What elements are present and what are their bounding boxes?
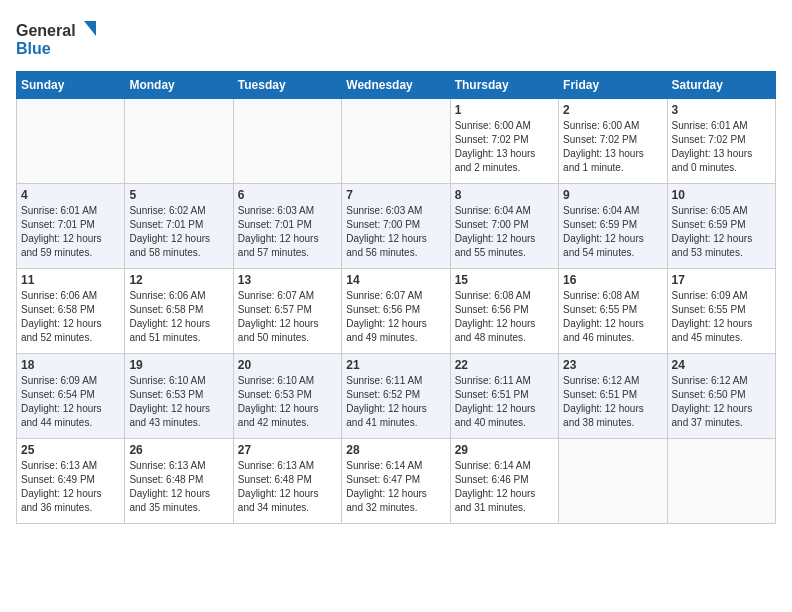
day-number: 4	[21, 188, 120, 202]
calendar-cell: 11Sunrise: 6:06 AMSunset: 6:58 PMDayligh…	[17, 269, 125, 354]
day-number: 25	[21, 443, 120, 457]
day-info: Sunrise: 6:01 AMSunset: 7:02 PMDaylight:…	[672, 119, 771, 175]
calendar-day-header: Saturday	[667, 72, 775, 99]
day-number: 7	[346, 188, 445, 202]
calendar-day-header: Thursday	[450, 72, 558, 99]
day-info: Sunrise: 6:02 AMSunset: 7:01 PMDaylight:…	[129, 204, 228, 260]
day-number: 24	[672, 358, 771, 372]
day-info: Sunrise: 6:14 AMSunset: 6:46 PMDaylight:…	[455, 459, 554, 515]
day-info: Sunrise: 6:08 AMSunset: 6:55 PMDaylight:…	[563, 289, 662, 345]
day-number: 20	[238, 358, 337, 372]
calendar-cell: 26Sunrise: 6:13 AMSunset: 6:48 PMDayligh…	[125, 439, 233, 524]
logo: GeneralBlue	[16, 16, 101, 61]
day-number: 11	[21, 273, 120, 287]
calendar-cell: 23Sunrise: 6:12 AMSunset: 6:51 PMDayligh…	[559, 354, 667, 439]
day-number: 3	[672, 103, 771, 117]
day-info: Sunrise: 6:00 AMSunset: 7:02 PMDaylight:…	[563, 119, 662, 175]
day-number: 5	[129, 188, 228, 202]
calendar-cell	[17, 99, 125, 184]
day-info: Sunrise: 6:09 AMSunset: 6:55 PMDaylight:…	[672, 289, 771, 345]
day-number: 13	[238, 273, 337, 287]
day-info: Sunrise: 6:06 AMSunset: 6:58 PMDaylight:…	[21, 289, 120, 345]
day-info: Sunrise: 6:04 AMSunset: 6:59 PMDaylight:…	[563, 204, 662, 260]
calendar-cell: 4Sunrise: 6:01 AMSunset: 7:01 PMDaylight…	[17, 184, 125, 269]
day-info: Sunrise: 6:12 AMSunset: 6:50 PMDaylight:…	[672, 374, 771, 430]
calendar-cell: 7Sunrise: 6:03 AMSunset: 7:00 PMDaylight…	[342, 184, 450, 269]
day-number: 14	[346, 273, 445, 287]
calendar-week-row: 1Sunrise: 6:00 AMSunset: 7:02 PMDaylight…	[17, 99, 776, 184]
day-number: 27	[238, 443, 337, 457]
day-info: Sunrise: 6:13 AMSunset: 6:48 PMDaylight:…	[129, 459, 228, 515]
calendar-cell: 6Sunrise: 6:03 AMSunset: 7:01 PMDaylight…	[233, 184, 341, 269]
day-info: Sunrise: 6:07 AMSunset: 6:56 PMDaylight:…	[346, 289, 445, 345]
day-number: 8	[455, 188, 554, 202]
calendar-day-header: Monday	[125, 72, 233, 99]
day-info: Sunrise: 6:05 AMSunset: 6:59 PMDaylight:…	[672, 204, 771, 260]
calendar-cell	[667, 439, 775, 524]
day-info: Sunrise: 6:11 AMSunset: 6:52 PMDaylight:…	[346, 374, 445, 430]
day-info: Sunrise: 6:04 AMSunset: 7:00 PMDaylight:…	[455, 204, 554, 260]
calendar-cell: 8Sunrise: 6:04 AMSunset: 7:00 PMDaylight…	[450, 184, 558, 269]
day-info: Sunrise: 6:13 AMSunset: 6:49 PMDaylight:…	[21, 459, 120, 515]
day-number: 22	[455, 358, 554, 372]
calendar-cell: 5Sunrise: 6:02 AMSunset: 7:01 PMDaylight…	[125, 184, 233, 269]
calendar-cell: 15Sunrise: 6:08 AMSunset: 6:56 PMDayligh…	[450, 269, 558, 354]
calendar-day-header: Sunday	[17, 72, 125, 99]
header: GeneralBlue	[16, 16, 776, 61]
day-info: Sunrise: 6:13 AMSunset: 6:48 PMDaylight:…	[238, 459, 337, 515]
calendar-cell: 14Sunrise: 6:07 AMSunset: 6:56 PMDayligh…	[342, 269, 450, 354]
day-number: 17	[672, 273, 771, 287]
calendar-cell: 18Sunrise: 6:09 AMSunset: 6:54 PMDayligh…	[17, 354, 125, 439]
calendar-cell: 25Sunrise: 6:13 AMSunset: 6:49 PMDayligh…	[17, 439, 125, 524]
day-number: 18	[21, 358, 120, 372]
calendar-cell: 13Sunrise: 6:07 AMSunset: 6:57 PMDayligh…	[233, 269, 341, 354]
day-number: 26	[129, 443, 228, 457]
calendar-cell: 28Sunrise: 6:14 AMSunset: 6:47 PMDayligh…	[342, 439, 450, 524]
calendar-day-header: Wednesday	[342, 72, 450, 99]
calendar-day-header: Friday	[559, 72, 667, 99]
svg-text:Blue: Blue	[16, 40, 51, 57]
day-info: Sunrise: 6:11 AMSunset: 6:51 PMDaylight:…	[455, 374, 554, 430]
day-number: 10	[672, 188, 771, 202]
day-info: Sunrise: 6:00 AMSunset: 7:02 PMDaylight:…	[455, 119, 554, 175]
calendar-cell: 2Sunrise: 6:00 AMSunset: 7:02 PMDaylight…	[559, 99, 667, 184]
calendar-cell: 21Sunrise: 6:11 AMSunset: 6:52 PMDayligh…	[342, 354, 450, 439]
day-info: Sunrise: 6:12 AMSunset: 6:51 PMDaylight:…	[563, 374, 662, 430]
calendar-header-row: SundayMondayTuesdayWednesdayThursdayFrid…	[17, 72, 776, 99]
day-number: 23	[563, 358, 662, 372]
day-info: Sunrise: 6:09 AMSunset: 6:54 PMDaylight:…	[21, 374, 120, 430]
calendar-cell	[233, 99, 341, 184]
calendar-cell: 10Sunrise: 6:05 AMSunset: 6:59 PMDayligh…	[667, 184, 775, 269]
day-number: 15	[455, 273, 554, 287]
calendar-cell: 3Sunrise: 6:01 AMSunset: 7:02 PMDaylight…	[667, 99, 775, 184]
calendar-cell: 12Sunrise: 6:06 AMSunset: 6:58 PMDayligh…	[125, 269, 233, 354]
calendar-cell: 9Sunrise: 6:04 AMSunset: 6:59 PMDaylight…	[559, 184, 667, 269]
calendar-week-row: 4Sunrise: 6:01 AMSunset: 7:01 PMDaylight…	[17, 184, 776, 269]
calendar-cell: 22Sunrise: 6:11 AMSunset: 6:51 PMDayligh…	[450, 354, 558, 439]
day-number: 28	[346, 443, 445, 457]
svg-text:General: General	[16, 22, 76, 39]
day-number: 9	[563, 188, 662, 202]
calendar-week-row: 11Sunrise: 6:06 AMSunset: 6:58 PMDayligh…	[17, 269, 776, 354]
calendar-day-header: Tuesday	[233, 72, 341, 99]
calendar: SundayMondayTuesdayWednesdayThursdayFrid…	[16, 71, 776, 524]
day-number: 29	[455, 443, 554, 457]
calendar-week-row: 25Sunrise: 6:13 AMSunset: 6:49 PMDayligh…	[17, 439, 776, 524]
calendar-cell: 27Sunrise: 6:13 AMSunset: 6:48 PMDayligh…	[233, 439, 341, 524]
day-info: Sunrise: 6:03 AMSunset: 7:01 PMDaylight:…	[238, 204, 337, 260]
svg-marker-2	[84, 21, 96, 36]
day-info: Sunrise: 6:06 AMSunset: 6:58 PMDaylight:…	[129, 289, 228, 345]
day-number: 19	[129, 358, 228, 372]
day-info: Sunrise: 6:10 AMSunset: 6:53 PMDaylight:…	[129, 374, 228, 430]
day-info: Sunrise: 6:07 AMSunset: 6:57 PMDaylight:…	[238, 289, 337, 345]
day-number: 16	[563, 273, 662, 287]
calendar-cell	[559, 439, 667, 524]
day-number: 12	[129, 273, 228, 287]
calendar-week-row: 18Sunrise: 6:09 AMSunset: 6:54 PMDayligh…	[17, 354, 776, 439]
day-number: 1	[455, 103, 554, 117]
day-number: 21	[346, 358, 445, 372]
day-info: Sunrise: 6:10 AMSunset: 6:53 PMDaylight:…	[238, 374, 337, 430]
calendar-cell: 1Sunrise: 6:00 AMSunset: 7:02 PMDaylight…	[450, 99, 558, 184]
calendar-cell: 16Sunrise: 6:08 AMSunset: 6:55 PMDayligh…	[559, 269, 667, 354]
calendar-cell: 29Sunrise: 6:14 AMSunset: 6:46 PMDayligh…	[450, 439, 558, 524]
